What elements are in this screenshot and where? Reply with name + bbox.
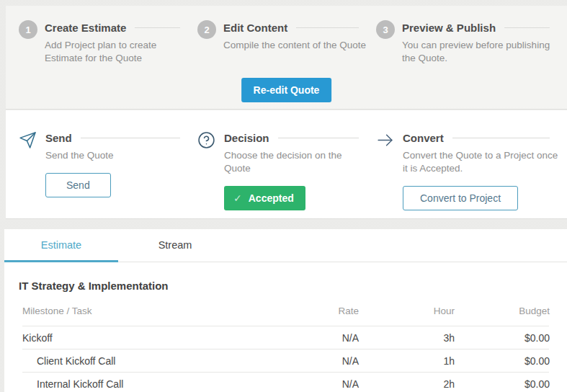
action-send: Send Send the Quote Send <box>19 132 197 210</box>
action-convert: Convert Convert the Quote to a Project o… <box>376 132 567 210</box>
budget-value: $0.00 <box>455 332 550 344</box>
step-create-estimate: 1 Create Estimate Add Project plan to cr… <box>19 22 197 65</box>
convert-to-project-button[interactable]: Convert to Project <box>403 186 518 210</box>
connector-line <box>452 138 550 138</box>
steps-row: 1 Create Estimate Add Project plan to cr… <box>6 6 567 65</box>
send-description: Send the Quote <box>45 149 190 162</box>
step-3-description: You can preview before publishing the Qu… <box>402 39 559 65</box>
hour-value: 2h <box>359 378 455 390</box>
check-icon: ✓ <box>233 192 242 204</box>
task-name: Internal Kickoff Call <box>22 378 267 390</box>
action-decision: Decision Choose the decision on the Quot… <box>197 132 376 210</box>
connector-line <box>504 27 550 28</box>
help-circle-icon <box>197 131 216 152</box>
step-1-description: Add Project plan to create Estimate for … <box>45 39 190 65</box>
step-1-title: Create Estimate <box>45 22 126 34</box>
col-header-rate: Rate <box>267 306 359 316</box>
convert-title: Convert <box>403 132 444 144</box>
step-2-title: Edit Content <box>223 22 287 34</box>
table-row[interactable]: Internal Kickoff Call N/A 2h $0.00 <box>22 373 549 392</box>
connector-line <box>296 27 359 28</box>
decision-description: Choose the decision on the Quote <box>224 149 369 175</box>
hour-value: 3h <box>359 332 455 344</box>
step-2-description: Compile the content of the Quote <box>223 39 369 52</box>
table-row[interactable]: Kickoff N/A 3h $0.00 <box>22 326 549 349</box>
connector-line <box>81 138 180 138</box>
step-1-number-badge: 1 <box>19 20 37 39</box>
rate-value: N/A <box>267 378 359 390</box>
quote-actions-panel: Send Send the Quote Send Decision Choose… <box>6 110 567 219</box>
quote-steps-panel: 1 Create Estimate Add Project plan to cr… <box>6 6 567 110</box>
tab-stream[interactable]: Stream <box>118 229 232 262</box>
paper-plane-icon <box>19 131 37 152</box>
send-button[interactable]: Send <box>45 173 111 197</box>
estimate-table: Milestone / Task Rate Hour Budget Kickof… <box>22 304 549 392</box>
budget-value: $0.00 <box>455 355 550 367</box>
connector-line <box>135 27 180 28</box>
convert-description: Convert the Quote to a Project once it i… <box>403 149 560 175</box>
estimate-detail-card: Estimate Stream IT Strategy & Implementa… <box>4 229 567 392</box>
table-row[interactable]: Client Kickoff Call N/A 1h $0.00 <box>22 349 549 373</box>
task-name: Client Kickoff Call <box>22 355 267 367</box>
connector-line <box>278 138 359 138</box>
accepted-label: Accepted <box>249 192 294 204</box>
rate-value: N/A <box>267 355 359 367</box>
milestone-name: Kickoff <box>22 332 267 344</box>
step-3-title: Preview & Publish <box>402 22 496 34</box>
hour-value: 1h <box>359 355 455 367</box>
budget-value: $0.00 <box>455 378 550 390</box>
table-header-row: Milestone / Task Rate Hour Budget <box>22 304 549 326</box>
col-header-milestone-task: Milestone / Task <box>22 306 267 316</box>
step-2-number-badge: 2 <box>197 20 216 39</box>
arrow-right-icon <box>376 131 395 152</box>
milestone-section-title: IT Strategy & Implementation <box>19 280 567 292</box>
rate-value: N/A <box>267 332 359 344</box>
accepted-status-button[interactable]: ✓Accepted <box>224 186 305 210</box>
tab-bar: Estimate Stream <box>4 229 567 262</box>
step-preview-publish: 3 Preview & Publish You can preview befo… <box>376 22 567 65</box>
tab-estimate[interactable]: Estimate <box>4 229 118 262</box>
col-header-budget: Budget <box>455 306 550 316</box>
reedit-quote-button[interactable]: Re-edit Quote <box>241 78 332 102</box>
step-3-number-badge: 3 <box>376 20 395 39</box>
step-edit-content: 2 Edit Content Compile the content of th… <box>197 22 376 65</box>
decision-title: Decision <box>224 132 269 144</box>
col-header-hour: Hour <box>359 306 455 316</box>
send-title: Send <box>45 132 72 144</box>
